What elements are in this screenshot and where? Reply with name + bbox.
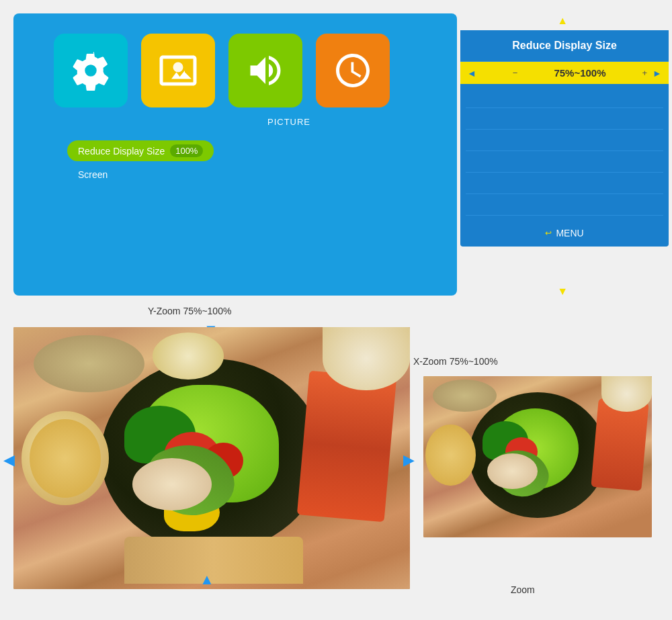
reduce-display-size-item[interactable]: Reduce Display Size 100% [67,140,214,161]
minus-icon[interactable]: − [513,68,518,78]
plus-icon[interactable]: + [642,68,648,78]
panel-row-6 [466,195,663,216]
menu-corner-icon: ↩ [545,228,552,238]
panel-row-1 [466,88,663,108]
menu-item-value: 100% [170,144,203,157]
x-zoom-label: X-Zoom 75%~100% [413,356,498,367]
value-arrow-right[interactable]: ► [653,68,662,79]
svg-point-0 [173,62,183,73]
menu-items: Reduce Display Size 100% Screen [13,127,457,196]
zoom-label: Zoom [511,584,535,595]
panel-row-3 [466,131,663,151]
panel-menu-row[interactable]: ↩ MENU [460,220,669,247]
speaker-icon [245,50,286,91]
panel-down-arrow[interactable]: ▼ [557,285,568,298]
panel-rows [460,84,669,220]
value-arrow-left[interactable]: ◄ [467,68,476,79]
zoom-arrow-up: ▲ [200,571,214,588]
gear-icon [71,50,111,91]
panel-value-text: 75%~100% [554,67,605,79]
menu-label: MENU [556,228,583,238]
food-image-small [423,376,652,537]
timer-icon-box[interactable] [316,34,390,107]
zoom-arrow-left: ◀ [3,451,15,469]
zoom-arrow-right: ▶ [403,451,415,469]
category-label: PICTURE [121,117,457,127]
screen-item[interactable]: Screen [67,167,403,183]
icons-row [13,13,457,114]
tv-screen: PICTURE Reduce Display Size 100% Screen [13,13,457,296]
settings-icon-box[interactable] [54,34,128,107]
image-icon [158,50,198,91]
right-panel: Reduce Display Size ◄ − 75%~100% + ► ↩ M… [460,30,669,247]
audio-icon-box[interactable] [228,34,302,107]
clock-icon [333,50,373,91]
panel-row-4 [466,152,663,173]
panel-row-5 [466,174,663,194]
panel-value-row: ◄ − 75%~100% + ► [460,62,669,84]
menu-item-label: Reduce Display Size [78,146,165,157]
panel-row-2 [466,109,663,130]
food-image-large [13,327,410,589]
panel-title: Reduce Display Size [460,30,669,62]
y-zoom-label: Y-Zoom 75%~100% [148,306,231,316]
picture-icon-box[interactable] [141,34,215,107]
panel-up-arrow[interactable]: ▲ [557,15,568,27]
